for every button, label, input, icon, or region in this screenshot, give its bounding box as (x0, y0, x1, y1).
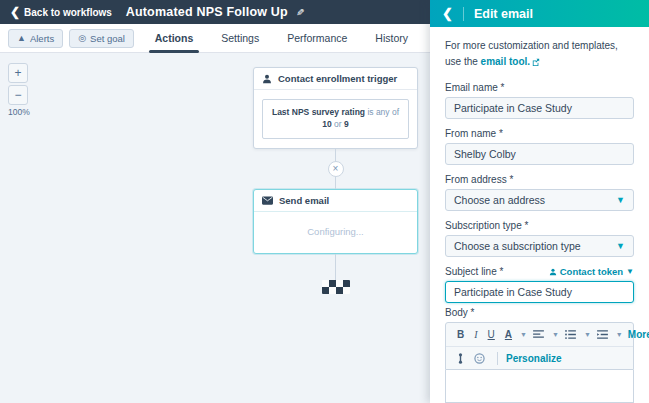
panel-header: ❮ Edit email (430, 0, 649, 27)
insert-row: Personalize (446, 346, 633, 369)
tab-history[interactable]: History (361, 24, 422, 52)
from-name-field-group: From name * (445, 128, 634, 165)
enrollment-condition[interactable]: Last NPS survey rating is any of 10 or 9 (262, 99, 409, 139)
insert-token-icon (457, 353, 464, 364)
font-color-button[interactable]: A (501, 323, 516, 346)
edit-title-pencil-icon[interactable]: ✎ (296, 7, 304, 18)
email-name-input[interactable] (445, 97, 634, 119)
align-button[interactable] (529, 323, 548, 346)
email-envelope-icon (262, 196, 273, 205)
tab-actions-label: Actions (155, 32, 194, 44)
tab-actions[interactable]: Actions (141, 24, 208, 52)
email-name-field-group: Email name * (445, 82, 634, 119)
emoji-button[interactable] (470, 347, 489, 369)
bold-button[interactable]: B (453, 323, 468, 346)
subscription-type-label: Subscription type * (445, 220, 634, 231)
condition-field: Last NPS survey rating (272, 107, 365, 117)
more-label: More (628, 329, 649, 340)
emoji-smiley-icon (474, 353, 485, 364)
trigger-card-header: Contact enrollment trigger (254, 68, 417, 90)
condition-value-1: 10 (322, 119, 331, 129)
subject-line-field-group: Subject line * Contact token ▼ (445, 266, 634, 303)
indent-button[interactable] (593, 323, 612, 346)
connector-line-top: × (335, 149, 336, 189)
italic-button[interactable]: I (470, 323, 481, 346)
back-label: Back to workflows (24, 7, 112, 18)
from-address-label: From address * (445, 174, 634, 185)
action-bar: ▲ Alerts ◎ Set goal Actions Settings Per… (0, 24, 430, 53)
subscription-type-value: Choose a subscription type (454, 240, 581, 252)
email-tool-link[interactable]: email tool. (481, 56, 530, 67)
bullet-list-button[interactable] (561, 323, 580, 346)
alerts-button[interactable]: ▲ Alerts (8, 29, 63, 48)
send-email-header-label: Send email (279, 195, 329, 206)
workflow-node-column: Contact enrollment trigger Last NPS surv… (253, 67, 418, 294)
subject-label-row: Subject line * Contact token ▼ (445, 266, 634, 277)
subscription-type-field-group: Subscription type * Choose a subscriptio… (445, 220, 634, 257)
subscription-type-select[interactable]: Choose a subscription type ▼ (445, 235, 634, 257)
personalize-button[interactable]: Personalize (506, 353, 562, 364)
tab-settings-label: Settings (221, 32, 259, 44)
tab-settings[interactable]: Settings (207, 24, 273, 52)
underline-button[interactable]: U (484, 323, 499, 346)
from-address-select[interactable]: Choose an address ▼ (445, 189, 634, 211)
contact-enrollment-trigger-card[interactable]: Contact enrollment trigger Last NPS surv… (253, 67, 418, 149)
trigger-card-body: Last NPS survey rating is any of 10 or 9 (254, 90, 417, 148)
header-divider (463, 7, 464, 21)
warning-icon: ▲ (17, 34, 26, 43)
workflow-end-flag-icon (322, 280, 350, 294)
align-caret-icon[interactable]: ▼ (552, 331, 559, 338)
insert-token-button[interactable] (453, 347, 468, 369)
goal-target-icon: ◎ (78, 34, 86, 43)
send-email-card-header: Send email (254, 190, 417, 212)
trigger-header-label: Contact enrollment trigger (278, 73, 397, 84)
condition-value-2: 9 (344, 119, 349, 129)
connector-line-bottom (335, 254, 336, 280)
back-chevron-icon: ❮ (10, 6, 20, 18)
condition-conjunction: or (334, 119, 344, 129)
workflow-tabs: Actions Settings Performance History (141, 24, 422, 52)
panel-back-chevron-icon[interactable]: ❮ (442, 7, 453, 20)
email-name-label: Email name * (445, 82, 634, 93)
chevron-down-icon: ▼ (626, 267, 634, 276)
align-icon (533, 330, 544, 339)
external-link-icon (532, 58, 540, 66)
email-body-editor[interactable] (445, 370, 634, 403)
back-to-workflows-link[interactable]: ❮ Back to workflows (10, 7, 112, 18)
set-goal-button[interactable]: ◎ Set goal (69, 29, 134, 48)
rich-text-toolbar: B I U A ▼ ▼ ▼ ▼ (445, 322, 634, 370)
font-color-caret-icon[interactable]: ▼ (520, 331, 527, 338)
from-name-input[interactable] (445, 143, 634, 165)
tab-performance[interactable]: Performance (273, 24, 361, 52)
contact-token-link[interactable]: Contact token ▼ (549, 266, 634, 277)
from-address-field-group: From address * Choose an address ▼ (445, 174, 634, 211)
panel-title: Edit email (474, 7, 533, 21)
zoom-in-button[interactable]: + (8, 63, 28, 83)
tab-performance-label: Performance (287, 32, 347, 44)
configuring-status: Configuring... (254, 212, 417, 253)
indent-caret-icon[interactable]: ▼ (616, 331, 623, 338)
more-formatting-button[interactable]: More ▼ (625, 329, 649, 340)
workflow-canvas[interactable]: + − 100% Contact enrollment trigger Last… (0, 53, 430, 403)
subject-line-label: Subject line * (445, 266, 503, 277)
delete-connector-button[interactable]: × (328, 161, 344, 177)
help-text: For more customization and templates, us… (445, 38, 634, 69)
top-navigation-bar: ❮ Back to workflows Automated NPS Follow… (0, 0, 430, 24)
subject-line-input[interactable] (445, 281, 634, 303)
chevron-down-icon: ▼ (616, 195, 625, 205)
send-email-action-card[interactable]: Send email Configuring... (253, 189, 418, 254)
contact-person-icon (262, 74, 272, 84)
body-label: Body * (445, 307, 634, 318)
zoom-out-button[interactable]: − (8, 85, 28, 105)
alerts-label: Alerts (30, 33, 54, 44)
zoom-controls: + − 100% (8, 63, 30, 117)
panel-body: For more customization and templates, us… (430, 27, 649, 403)
edit-email-panel: ❮ Edit email For more customization and … (430, 0, 649, 403)
bullet-list-caret-icon[interactable]: ▼ (584, 331, 591, 338)
toolbar-divider (497, 352, 498, 365)
from-name-label: From name * (445, 128, 634, 139)
set-goal-label: Set goal (90, 33, 125, 44)
contact-token-person-icon (549, 268, 557, 276)
bullet-list-icon (565, 330, 576, 339)
formatting-row: B I U A ▼ ▼ ▼ ▼ (446, 323, 633, 346)
